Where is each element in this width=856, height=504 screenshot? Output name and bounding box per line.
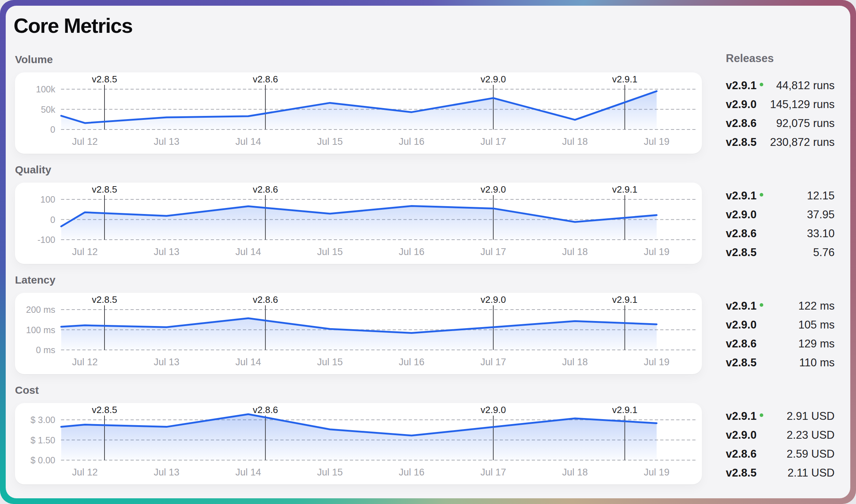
release-version: v2.9.0 — [726, 98, 756, 111]
release-row: v2.8.633.10 — [726, 224, 835, 243]
release-marker-label: v2.9.1 — [612, 404, 637, 415]
release-version: v2.9.0 — [726, 319, 756, 331]
x-axis-tick: Jul 14 — [235, 136, 261, 147]
x-axis-tick: Jul 12 — [72, 246, 98, 257]
release-row: v2.9.144,812 runs — [726, 76, 835, 95]
release-version: v2.9.1 — [726, 79, 763, 92]
quality-chart[interactable]: 1000-100Jul 12Jul 13Jul 14Jul 15Jul 16Ju… — [15, 183, 702, 264]
release-row: v2.8.55.76 — [726, 243, 835, 262]
volume-chart-panel[interactable]: 100k50k0Jul 12Jul 13Jul 14Jul 15Jul 16Ju… — [15, 72, 702, 154]
release-version: v2.9.1 — [726, 189, 763, 202]
cost-chart-panel[interactable]: $ 3.00$ 1.50$ 0.00Jul 12Jul 13Jul 14Jul … — [15, 403, 702, 484]
x-axis-tick: Jul 18 — [562, 467, 588, 478]
y-axis-tick: $ 3.00 — [30, 415, 55, 425]
release-row: v2.9.037.95 — [726, 205, 835, 224]
x-axis-tick: Jul 17 — [480, 467, 506, 478]
cost-chart[interactable]: $ 3.00$ 1.50$ 0.00Jul 12Jul 13Jul 14Jul … — [15, 403, 702, 484]
y-axis-tick: 200 ms — [26, 305, 55, 315]
latency-chart[interactable]: 200 ms100 ms0 msJul 12Jul 13Jul 14Jul 15… — [15, 293, 702, 374]
release-version: v2.8.6 — [726, 448, 756, 460]
release-row: v2.8.62.59 USD — [726, 444, 835, 463]
release-value: 122 ms — [798, 300, 835, 312]
quality-chart-panel[interactable]: 1000-100Jul 12Jul 13Jul 14Jul 15Jul 16Ju… — [15, 183, 702, 264]
release-value: 110 ms — [799, 356, 835, 369]
release-marker-label: v2.8.6 — [253, 294, 278, 305]
y-axis-tick: 0 — [50, 124, 55, 134]
release-value: 2.59 USD — [787, 448, 835, 460]
release-marker-label: v2.9.0 — [481, 184, 506, 195]
y-axis-tick: -100 — [37, 235, 55, 245]
releases-group-cost: v2.9.12.91 USDv2.9.02.23 USDv2.8.62.59 U… — [726, 407, 835, 482]
x-axis-tick: Jul 12 — [72, 136, 98, 147]
release-value: 145,129 runs — [770, 98, 835, 111]
dashboard-card: Core Metrics Volume 100k50k0Jul 12Jul 13… — [6, 6, 850, 498]
release-marker-label: v2.8.5 — [92, 74, 117, 85]
release-value: 37.95 — [807, 208, 835, 221]
release-version: v2.8.5 — [726, 246, 756, 259]
x-axis-tick: Jul 14 — [235, 246, 261, 257]
release-value: 33.10 — [807, 227, 835, 240]
x-axis-tick: Jul 13 — [154, 136, 179, 147]
area-fill — [61, 91, 657, 129]
release-marker-label: v2.9.1 — [612, 294, 637, 305]
current-release-dot — [760, 303, 763, 307]
section-label-quality: Quality — [15, 164, 51, 176]
x-axis-tick: Jul 16 — [399, 136, 424, 147]
release-marker-label: v2.9.1 — [612, 74, 637, 85]
release-row: v2.8.5110 ms — [726, 353, 835, 372]
release-value: 129 ms — [798, 337, 835, 350]
release-version: v2.8.5 — [726, 356, 756, 369]
release-marker-label: v2.8.5 — [92, 184, 117, 195]
y-axis-tick: 100k — [36, 84, 56, 94]
release-version: v2.8.5 — [726, 467, 756, 479]
release-row: v2.9.112.15 — [726, 186, 835, 205]
x-axis-tick: Jul 15 — [317, 246, 343, 257]
x-axis-tick: Jul 19 — [644, 357, 669, 367]
release-value: 5.76 — [813, 246, 835, 259]
release-row: v2.8.6129 ms — [726, 334, 835, 353]
section-label-volume: Volume — [15, 54, 53, 66]
release-version: v2.8.6 — [726, 337, 756, 350]
release-row: v2.8.692,075 runs — [726, 114, 835, 133]
x-axis-tick: Jul 14 — [235, 357, 261, 367]
x-axis-tick: Jul 12 — [72, 357, 98, 367]
volume-chart[interactable]: 100k50k0Jul 12Jul 13Jul 14Jul 15Jul 16Ju… — [15, 72, 702, 154]
release-value: 2.23 USD — [787, 429, 835, 442]
release-row: v2.8.52.11 USD — [726, 463, 835, 482]
area-fill — [61, 318, 657, 350]
x-axis-tick: Jul 16 — [399, 246, 424, 257]
section-label-latency: Latency — [15, 274, 55, 286]
release-row: v2.9.0145,129 runs — [726, 95, 835, 114]
x-axis-tick: Jul 18 — [562, 136, 588, 147]
x-axis-tick: Jul 18 — [562, 357, 588, 367]
latency-chart-panel[interactable]: 200 ms100 ms0 msJul 12Jul 13Jul 14Jul 15… — [15, 293, 702, 374]
release-value: 105 ms — [798, 319, 835, 331]
release-marker-label: v2.9.1 — [612, 184, 637, 195]
release-version: v2.9.0 — [726, 208, 756, 221]
release-value: 2.91 USD — [787, 410, 835, 423]
x-axis-tick: Jul 15 — [317, 357, 343, 367]
release-row: v2.9.02.23 USD — [726, 426, 835, 444]
release-value: 92,075 runs — [776, 117, 835, 130]
release-marker-label: v2.9.0 — [481, 404, 506, 415]
y-axis-tick: 0 ms — [36, 345, 55, 355]
release-marker-label: v2.8.6 — [253, 404, 278, 415]
release-marker-label: v2.8.6 — [253, 74, 278, 85]
x-axis-tick: Jul 18 — [562, 246, 588, 257]
y-axis-tick: 100 ms — [26, 325, 55, 335]
release-row: v2.9.12.91 USD — [726, 407, 835, 426]
release-version: v2.8.6 — [726, 227, 756, 240]
release-marker-label: v2.8.5 — [92, 404, 117, 415]
y-axis-tick: $ 1.50 — [30, 435, 55, 445]
release-row: v2.8.5230,872 runs — [726, 133, 835, 152]
release-version: v2.9.1 — [726, 410, 763, 423]
x-axis-tick: Jul 14 — [235, 467, 261, 478]
x-axis-tick: Jul 19 — [644, 467, 669, 478]
x-axis-tick: Jul 13 — [154, 357, 179, 367]
release-row: v2.9.1122 ms — [726, 296, 835, 315]
release-marker-label: v2.9.0 — [481, 74, 506, 85]
x-axis-tick: Jul 15 — [317, 136, 343, 147]
current-release-dot — [760, 413, 763, 417]
x-axis-tick: Jul 13 — [154, 467, 179, 478]
x-axis-tick: Jul 19 — [644, 136, 669, 147]
